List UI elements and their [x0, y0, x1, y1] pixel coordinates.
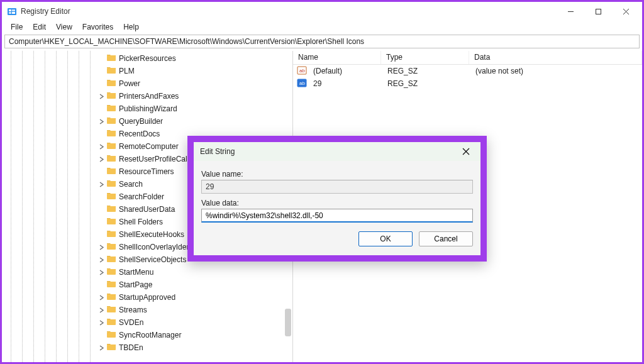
- expand-toggle[interactable]: [96, 345, 106, 351]
- ok-button[interactable]: OK: [358, 231, 413, 246]
- tree-item-label: SyncRootManager: [119, 331, 181, 339]
- tree-item[interactable]: StartPage: [2, 279, 292, 291]
- tree-item[interactable]: PrintersAndFaxes: [2, 90, 292, 102]
- svg-text:ab: ab: [299, 80, 305, 86]
- expand-toggle[interactable]: [96, 270, 106, 275]
- tree-item[interactable]: PublishingWizard: [2, 102, 292, 115]
- tree-item-label: SharedUserData: [119, 205, 175, 214]
- minimize-button[interactable]: [557, 3, 584, 20]
- folder-icon: [106, 129, 119, 140]
- tree-item-label: RecentDocs: [119, 130, 160, 138]
- maximize-button[interactable]: [584, 3, 612, 20]
- folder-icon: [106, 179, 119, 190]
- tree-item[interactable]: QueryBuilder: [2, 115, 292, 128]
- menu-favorites[interactable]: Favorites: [77, 23, 118, 31]
- tree-item[interactable]: Power: [2, 77, 292, 90]
- folder-icon: [106, 204, 119, 215]
- svg-rect-15: [107, 131, 116, 136]
- value-name-field: 29: [201, 180, 473, 194]
- tree-item-label: PublishingWizard: [119, 104, 177, 113]
- column-data[interactable]: Data: [469, 51, 642, 64]
- cancel-button[interactable]: Cancel: [419, 231, 473, 246]
- value-data-field[interactable]: [201, 209, 473, 223]
- folder-icon: [106, 255, 119, 265]
- svg-rect-27: [107, 282, 116, 287]
- svg-rect-3: [9, 12, 11, 14]
- value-name: 29: [308, 79, 382, 88]
- svg-rect-31: [107, 332, 116, 338]
- column-type[interactable]: Type: [381, 51, 469, 64]
- tree-item[interactable]: Streams: [2, 304, 292, 316]
- svg-rect-0: [8, 8, 16, 15]
- expand-toggle[interactable]: [96, 157, 106, 162]
- expand-toggle[interactable]: [96, 320, 106, 326]
- folder-icon: [106, 141, 119, 152]
- expand-toggle[interactable]: [96, 257, 106, 263]
- values-header: Name Type Data: [293, 51, 642, 65]
- close-button[interactable]: [612, 3, 640, 20]
- svg-rect-2: [12, 9, 15, 11]
- tree-item-label: ShellExecuteHooks: [119, 230, 184, 239]
- app-icon: [7, 6, 17, 16]
- expand-toggle[interactable]: [96, 307, 106, 313]
- address-bar[interactable]: Computer\HKEY_LOCAL_MACHINE\SOFTWARE\Mic…: [4, 35, 640, 48]
- svg-rect-10: [107, 68, 116, 74]
- folder-icon: [106, 217, 119, 228]
- tree-item[interactable]: SVDEn: [2, 316, 292, 329]
- svg-rect-19: [107, 181, 116, 187]
- tree-item[interactable]: PLM: [2, 65, 292, 77]
- folder-icon: [106, 104, 119, 114]
- svg-rect-24: [107, 244, 116, 250]
- tree-item-label: PickerResources: [119, 54, 176, 63]
- window-title: Registry Editor: [21, 7, 557, 16]
- svg-rect-25: [107, 256, 116, 262]
- tree-item[interactable]: TBDEn: [2, 341, 292, 354]
- tree-item-label: StartPage: [119, 280, 152, 289]
- tree-item[interactable]: StartupApproved: [2, 291, 292, 304]
- svg-rect-20: [107, 194, 116, 199]
- svg-rect-11: [107, 80, 116, 86]
- tree-item[interactable]: StartMenu: [2, 266, 292, 279]
- folder-icon: [106, 280, 119, 290]
- folder-icon: [106, 242, 119, 253]
- value-row[interactable]: ab(Default)REG_SZ(value not set): [293, 65, 642, 77]
- tree-scrollbar-thumb[interactable]: [285, 309, 291, 336]
- expand-toggle[interactable]: [96, 94, 106, 99]
- svg-rect-18: [107, 168, 116, 174]
- folder-icon: [106, 292, 119, 303]
- tree-item-label: PrintersAndFaxes: [119, 92, 179, 101]
- menu-view[interactable]: View: [51, 23, 77, 31]
- tree-item-label: ShellServiceObjects: [119, 255, 186, 264]
- folder-icon: [106, 91, 119, 102]
- tree-item-label: Streams: [119, 306, 147, 314]
- svg-rect-21: [107, 206, 116, 212]
- folder-icon: [106, 330, 119, 341]
- svg-rect-6: [596, 9, 601, 14]
- folder-icon: [106, 66, 119, 77]
- svg-rect-23: [107, 231, 116, 237]
- svg-rect-4: [12, 12, 15, 14]
- folder-icon: [106, 229, 119, 240]
- titlebar: Registry Editor: [2, 2, 642, 21]
- menu-help[interactable]: Help: [118, 23, 144, 31]
- menu-file[interactable]: File: [6, 23, 28, 31]
- expand-toggle[interactable]: [96, 295, 106, 301]
- value-row[interactable]: ab29REG_SZ: [293, 77, 642, 90]
- tree-item[interactable]: SyncRootManager: [2, 329, 292, 341]
- value-name-label: Value name:: [201, 170, 473, 179]
- tree-item-label: RemoteComputer: [119, 142, 179, 151]
- expand-toggle[interactable]: [96, 245, 106, 250]
- menu-edit[interactable]: Edit: [28, 23, 51, 31]
- svg-rect-30: [107, 319, 116, 325]
- expand-toggle[interactable]: [96, 119, 106, 124]
- menubar: File Edit View Favorites Help: [2, 21, 642, 33]
- folder-icon: [106, 317, 119, 328]
- dialog-close-button[interactable]: [458, 148, 474, 155]
- svg-rect-12: [107, 93, 116, 99]
- tree-item[interactable]: PickerResources: [2, 52, 292, 65]
- folder-icon: [106, 79, 119, 89]
- expand-toggle[interactable]: [96, 144, 106, 150]
- expand-toggle[interactable]: [96, 182, 106, 187]
- column-name[interactable]: Name: [293, 51, 381, 64]
- svg-rect-13: [107, 106, 116, 111]
